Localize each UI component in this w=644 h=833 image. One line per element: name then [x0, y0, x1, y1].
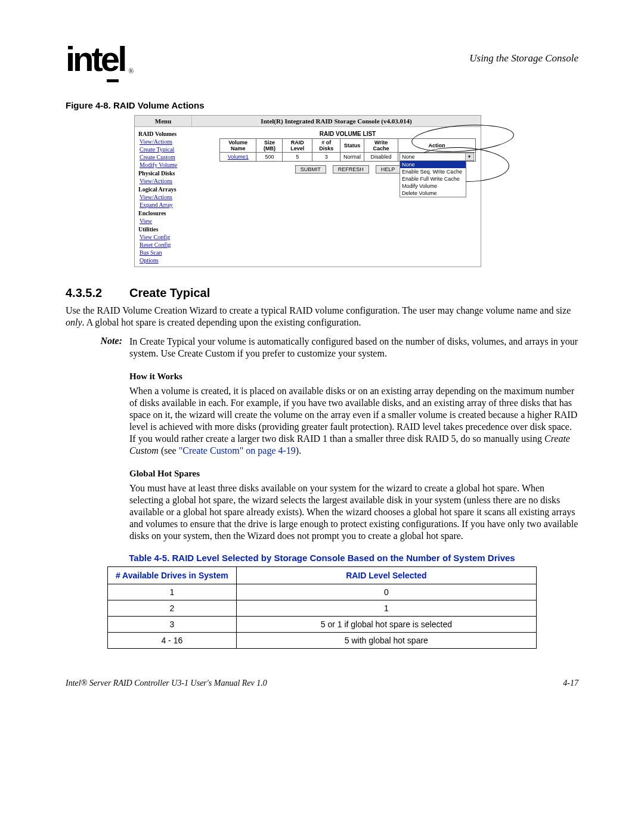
sidebar-bus-scan[interactable]: Bus Scan	[140, 249, 195, 256]
header-section-title: Using the Storage Console	[469, 52, 578, 64]
sidebar-view-actions-2[interactable]: View/Actions	[140, 177, 195, 185]
note-label: Note:	[66, 336, 129, 360]
table-caption: Table 4-5. RAID Level Selected by Storag…	[66, 553, 578, 563]
cell-status: Normal	[340, 153, 364, 162]
opt-modify-volume[interactable]: Modify Volume	[400, 182, 466, 190]
console-title: Intel(R) Integrated RAID Storage Console…	[192, 116, 481, 126]
opt-delete-volume[interactable]: Delete Volume	[400, 190, 466, 197]
section-number: 4.3.5.2	[66, 286, 129, 300]
sidebar-cat-raid-volumes: RAID Volumes	[138, 130, 195, 138]
col-status: Status	[340, 139, 364, 153]
action-dropdown[interactable]: None None Enable Seq. Write Cache Enable…	[400, 153, 474, 161]
sidebar-view-actions-3[interactable]: View/Actions	[140, 193, 195, 201]
sidebar-create-typical[interactable]: Create Typical	[140, 145, 195, 153]
submit-button[interactable]: SUBMIT	[295, 165, 326, 174]
sidebar-create-custom[interactable]: Create Custom	[140, 153, 195, 161]
sidebar-view[interactable]: View	[140, 217, 195, 225]
th-drives: # Available Drives in System	[108, 567, 237, 584]
action-dropdown-value: None	[402, 154, 415, 160]
sidebar-modify-volume[interactable]: Modify Volume	[140, 161, 195, 169]
global-hot-spares-heading: Global Hot Spares	[129, 469, 578, 479]
col-num-disks: # of Disks	[312, 139, 340, 153]
help-button[interactable]: HELP	[376, 165, 401, 174]
opt-none[interactable]: None	[400, 161, 466, 168]
footer-right: 4-17	[563, 679, 578, 688]
sidebar-options[interactable]: Options	[140, 256, 195, 264]
cell-cache: Disabled	[364, 153, 398, 162]
global-hot-spares-paragraph: You must have at least three disks avail…	[129, 482, 578, 542]
xref-create-custom[interactable]: "Create Custom" on page 4-19	[179, 445, 296, 456]
table-row: 4 - 165 with global hot spare	[108, 633, 537, 649]
how-it-works-heading: How it Works	[129, 371, 578, 382]
col-write-cache: Write Cache	[364, 139, 398, 153]
sidebar-cat-enclosures: Enclosures	[138, 209, 195, 217]
refresh-button[interactable]: REFRESH	[333, 165, 369, 174]
intel-logo: intel	[66, 42, 125, 76]
cell-size: 500	[256, 153, 283, 162]
raid-volume-list-title: RAID VOLUME LIST	[219, 131, 476, 137]
cell-level: 5	[283, 153, 312, 162]
col-raid-level: RAID Level	[283, 139, 312, 153]
raid-level-table: # Available Drives in System RAID Level …	[107, 566, 537, 649]
sidebar-cat-logical-arrays: Logical Arrays	[138, 185, 195, 193]
col-size: Size (MB)	[256, 139, 283, 153]
volume-link[interactable]: Volume1	[228, 154, 249, 160]
cell-disks: 3	[312, 153, 340, 162]
footer-left: Intel® Server RAID Controller U3-1 User'…	[66, 679, 267, 688]
figure-caption: Figure 4-8. RAID Volume Actions	[66, 100, 578, 110]
sidebar-cat-utilities: Utilities	[138, 225, 195, 233]
embedded-screenshot: Menu Intel(R) Integrated RAID Storage Co…	[134, 115, 481, 267]
sidebar-cat-physical-disks: Physical Disks	[138, 169, 195, 177]
registered-mark: ®	[128, 67, 134, 75]
sidebar-expand-array[interactable]: Expand Array	[140, 201, 195, 209]
raid-volume-table: Volume Name Size (MB) RAID Level # of Di…	[219, 138, 476, 162]
action-dropdown-options[interactable]: None Enable Seq. Write Cache Enable Full…	[400, 160, 466, 197]
how-it-works-paragraph: When a volume is created, it is placed o…	[129, 385, 578, 457]
sidebar-view-config[interactable]: View Config	[140, 233, 195, 241]
console-sidebar: RAID Volumes View/Actions Create Typical…	[135, 127, 198, 267]
col-action: Action	[398, 139, 476, 153]
sidebar-reset-config[interactable]: Reset Config	[140, 241, 195, 249]
menu-label: Menu	[135, 116, 192, 126]
table-row: 21	[108, 600, 537, 617]
note-text: In Create Typical your volume is automat…	[129, 336, 578, 360]
opt-seq-cache[interactable]: Enable Seq. Write Cache	[400, 168, 466, 175]
sidebar-view-actions-1[interactable]: View/Actions	[140, 138, 195, 145]
th-raid-level: RAID Level Selected	[236, 567, 536, 584]
intro-paragraph: Use the RAID Volume Creation Wizard to c…	[66, 305, 578, 329]
table-row: 10	[108, 584, 537, 600]
table-row: 35 or 1 if global hot spare is selected	[108, 617, 537, 633]
col-volume-name: Volume Name	[220, 139, 256, 153]
section-title: Create Typical	[129, 286, 210, 300]
opt-full-cache[interactable]: Enable Full Write Cache	[400, 175, 466, 182]
